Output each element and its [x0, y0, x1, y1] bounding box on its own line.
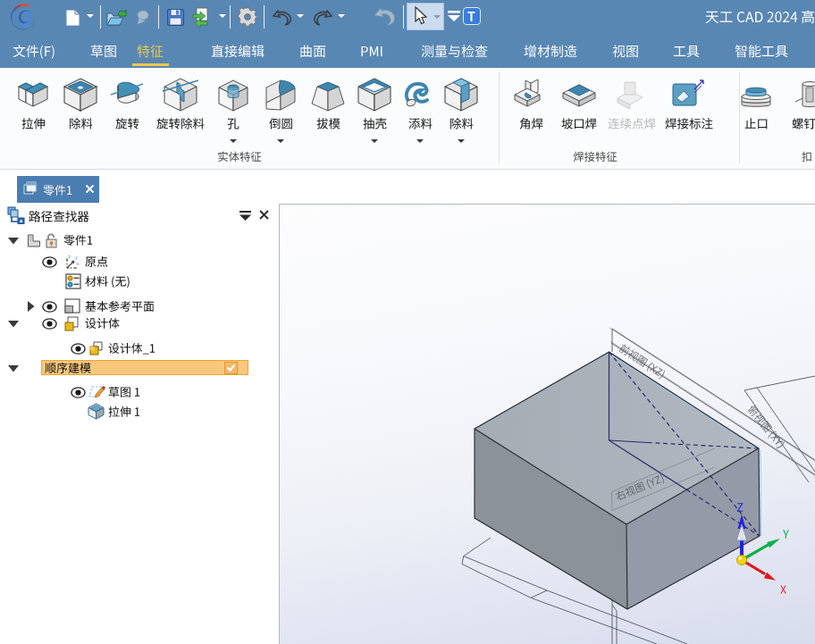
svg-text:z: z: [68, 254, 71, 259]
svg-text:y: y: [75, 255, 78, 260]
svg-text:x: x: [77, 261, 80, 266]
